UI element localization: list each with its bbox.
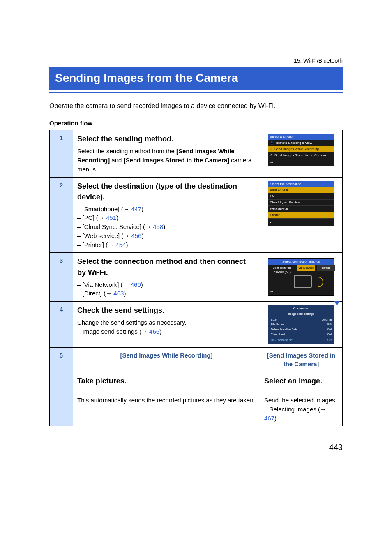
operation-flow-table: 1 Select the sending method. Select the … <box>49 130 343 426</box>
triangle-down-icon <box>334 301 340 305</box>
step-number: 3 <box>50 253 73 302</box>
page: 15. Wi-Fi/Bluetooth Sending Images from … <box>0 0 392 477</box>
screen-section: Image send settings <box>268 312 334 317</box>
page-link[interactable]: 447 <box>131 205 141 212</box>
text: – [Printer] ( <box>77 241 108 248</box>
table-row: This automatically sends the recorded pi… <box>50 392 343 426</box>
table-row: 2 Select the destination (type of the de… <box>50 177 343 253</box>
screen-header: Select a function <box>268 134 334 140</box>
text: ) <box>141 205 143 212</box>
arrow-icon: → <box>123 232 129 239</box>
setting-row: SizeOriginal <box>268 317 334 322</box>
setting-row: Cloud LimitON <box>268 332 334 337</box>
table-row: Take pictures. Select an image. <box>50 372 343 392</box>
text: This automatically sends the recorded pi… <box>77 397 255 404</box>
setting-key: File Format <box>271 323 285 327</box>
arrow-icon: → <box>145 223 151 230</box>
page-link[interactable]: 460 <box>131 281 141 288</box>
step-heading: Select the destination (type of the dest… <box>77 181 256 202</box>
step-number: 2 <box>50 177 73 253</box>
step-heading: Select the sending method. <box>77 134 256 144</box>
arrow-icon: → <box>320 406 326 413</box>
sub-header-left: [Send Images While Recording] <box>73 347 260 372</box>
menu-label: Remote Shooting & View <box>276 141 312 145</box>
text: – [Via Network] ( <box>77 281 123 288</box>
via-network-button: Via Network <box>297 265 315 271</box>
screenshot-cell: Connected Image send settings SizeOrigin… <box>260 302 343 347</box>
text: network (AP) <box>274 270 290 273</box>
page-link[interactable]: 466 <box>149 328 159 335</box>
setting-key: Cloud Limit <box>271 332 285 337</box>
text: – [Cloud Sync. Service] ( <box>77 223 145 230</box>
text: – [Direct] ( <box>77 290 106 297</box>
step-heading: Check the send settings. <box>77 305 256 316</box>
table-row: 5 [Send Images While Recording] [Send Im… <box>50 347 343 372</box>
text: ) <box>124 290 126 297</box>
text: Change the send settings as necessary. <box>77 318 256 327</box>
step-body: Check the send settings. Change the send… <box>73 302 260 347</box>
screenshot-cell: Select the destination Smartphone PC Clo… <box>260 177 343 253</box>
step-body: Select the sending method. Select the se… <box>73 130 260 177</box>
page-link[interactable]: 456 <box>131 232 141 239</box>
camera-screen-select-destination: Select the destination Smartphone PC Clo… <box>268 181 334 226</box>
page-title: Sending Images from the Camera <box>49 67 343 90</box>
wifi-wave-icon <box>311 275 326 290</box>
step-heading: Select the connection method and then co… <box>77 256 256 277</box>
list-item: – [Via Network] (→ 460) <box>77 280 256 289</box>
page-link[interactable]: 458 <box>153 223 163 230</box>
setting-row: Delete Location DataON <box>268 327 334 332</box>
menu-label: Send Images Stored in the Camera <box>274 153 326 157</box>
text: Connect to the <box>273 266 292 269</box>
step-body: Select the connection method and then co… <box>73 253 260 302</box>
step-body: Select the destination (type of the dest… <box>73 177 260 253</box>
camera-screen-select-function: Select a function 📱Remote Shooting & Vie… <box>268 134 334 166</box>
list-item: – [Cloud Sync. Service] (→ 458) <box>77 222 256 231</box>
intro-paragraph: Operate the camera to send recorded imag… <box>49 101 343 111</box>
setting-key: Size <box>271 318 277 322</box>
table-row: 4 Check the send settings. Change the se… <box>50 302 343 347</box>
text: ) <box>274 415 277 422</box>
back-icon: ⤺ <box>268 219 334 226</box>
back-icon: ⤺ <box>268 159 334 166</box>
text: ) <box>163 223 165 230</box>
table-row: 1 Select the sending method. Select the … <box>50 130 343 177</box>
menu-row: PC <box>268 193 334 199</box>
text: ) <box>141 232 143 239</box>
screen-footer: DISP.Sending setSet <box>268 337 334 342</box>
text: – Selecting images ( <box>264 406 320 413</box>
setting-row: File FormatJPG <box>268 322 334 327</box>
share-icon: ↗ <box>270 153 273 157</box>
camera-screen-connection-method: Select connection method Connect to the … <box>268 258 334 296</box>
bold-text: [Send Images Stored in the Camera] <box>124 157 230 164</box>
setting-value: ON <box>327 332 332 337</box>
list-item: – [Smartphone] (→ 447) <box>77 205 256 214</box>
list-item: – Image send settings (→ 466) <box>77 327 256 336</box>
list-item: – [Printer] (→ 454) <box>77 240 256 249</box>
menu-row: Cloud Sync. Service <box>268 200 334 206</box>
page-link[interactable]: 451 <box>106 214 116 221</box>
page-link[interactable]: 454 <box>115 241 126 248</box>
step-body: Select an image. <box>260 372 343 392</box>
menu-row-highlight: Smartphone <box>268 187 334 193</box>
footer-right: Set <box>327 338 332 342</box>
arrow-icon: → <box>123 281 129 288</box>
list-item: – Selecting images (→ 467) <box>264 405 338 423</box>
list-item: – [Web service] (→ 456) <box>77 231 256 240</box>
camera-screen-send-settings: Connected Image send settings SizeOrigin… <box>268 305 334 344</box>
setting-value: Original <box>322 318 332 322</box>
text: – [Web service] ( <box>77 232 123 239</box>
menu-row-highlight: ↗Send Images While Recording <box>268 146 334 152</box>
page-link[interactable]: 463 <box>113 290 124 297</box>
menu-row: Web service <box>268 206 334 212</box>
menu-label: Send Images While Recording <box>274 147 319 151</box>
sub-header-right: [Send Images Stored in the Camera] <box>260 347 343 372</box>
page-link[interactable]: 467 <box>264 415 274 422</box>
operation-flow-label: Operation flow <box>49 120 343 127</box>
screenshot-cell: Select connection method Connect to the … <box>260 253 343 302</box>
arrow-icon: → <box>106 290 112 297</box>
setting-value: JPG <box>326 323 332 327</box>
step-number: 5 <box>50 347 73 426</box>
screen-header: Select the destination <box>268 181 334 187</box>
page-number: 443 <box>49 443 343 452</box>
arrow-icon: → <box>108 241 114 248</box>
